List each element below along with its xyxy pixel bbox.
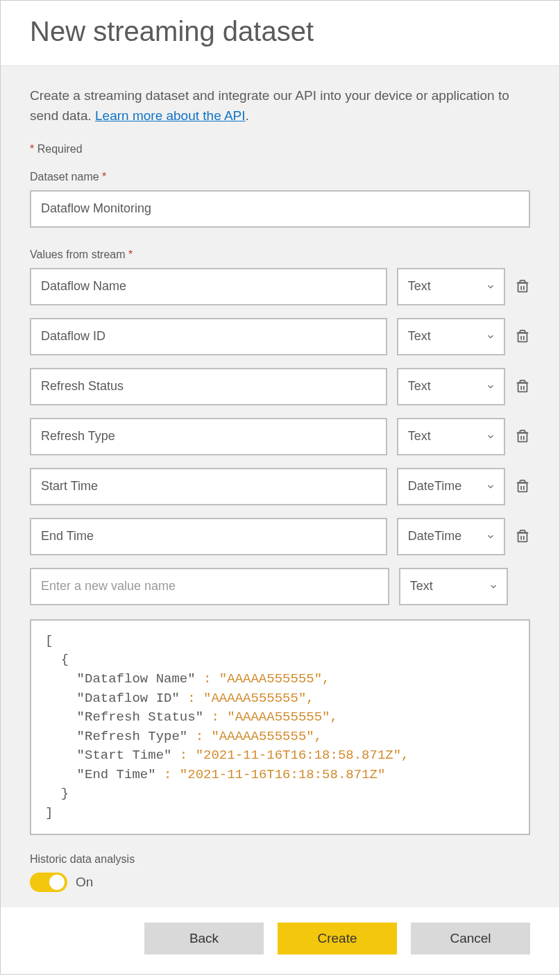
stream-value-type-select[interactable]: Text [397, 368, 505, 405]
dialog-description: Create a streaming dataset and integrate… [30, 85, 530, 126]
trash-icon [515, 279, 530, 294]
stream-value-type-select[interactable]: Text [397, 268, 505, 305]
stream-value-type-label: Text [408, 329, 431, 344]
stream-value-type-label: Text [408, 379, 431, 394]
chevron-down-icon [486, 282, 495, 292]
svg-rect-12 [518, 482, 527, 491]
stream-value-name-input[interactable] [30, 518, 387, 555]
historic-analysis-state: On [76, 875, 93, 890]
toggle-knob [49, 875, 65, 890]
values-from-stream-list: TextTextTextTextDateTimeDateTimeText [30, 268, 530, 605]
stream-value-name-input[interactable] [30, 268, 387, 305]
svg-rect-3 [518, 333, 527, 342]
stream-value-row: Text [30, 418, 530, 455]
create-button[interactable]: Create [278, 923, 397, 954]
trash-placeholder [518, 578, 530, 596]
cancel-button[interactable]: Cancel [411, 923, 530, 954]
stream-value-name-input[interactable] [30, 468, 387, 505]
delete-row-button[interactable] [515, 528, 530, 546]
chevron-down-icon [486, 532, 495, 541]
stream-value-row: Text [30, 318, 530, 355]
trash-icon [515, 479, 530, 494]
stream-value-type-select[interactable]: Text [397, 318, 505, 355]
stream-value-type-label: Text [410, 579, 433, 594]
chevron-down-icon [489, 582, 498, 591]
stream-value-type-label: Text [408, 429, 431, 444]
description-text-after: . [246, 108, 249, 123]
required-note: * Required [30, 143, 530, 155]
historic-analysis-label: Historic data analysis [30, 853, 530, 866]
stream-value-type-select[interactable]: DateTime [397, 468, 505, 505]
new-streaming-dataset-dialog: New streaming dataset Create a streaming… [0, 0, 560, 975]
json-preview-text: [ { "Dataflow Name" : "AAAAA555555", "Da… [45, 632, 515, 823]
trash-icon [515, 529, 530, 544]
back-button[interactable]: Back [144, 923, 264, 954]
required-asterisk-icon: * [102, 171, 106, 183]
trash-icon [515, 379, 530, 394]
chevron-down-icon [486, 482, 495, 491]
stream-value-new-name-input[interactable] [30, 568, 389, 605]
stream-value-name-input[interactable] [30, 418, 387, 455]
stream-value-row: Text [30, 368, 530, 405]
stream-value-new-row: Text [30, 568, 530, 605]
stream-value-row: DateTime [30, 518, 530, 555]
historic-analysis-toggle-row: On [30, 873, 530, 892]
required-label: Required [37, 143, 83, 155]
dataset-name-field-group: Dataset name * [30, 171, 530, 228]
required-asterisk-icon: * [30, 143, 34, 155]
delete-row-button[interactable] [515, 478, 530, 496]
dialog-title: New streaming dataset [30, 16, 530, 47]
dataset-name-input[interactable] [30, 190, 530, 228]
required-asterisk-icon: * [128, 249, 133, 260]
stream-value-row: DateTime [30, 468, 530, 505]
trash-icon [515, 429, 530, 444]
svg-rect-9 [518, 432, 527, 441]
delete-row-button[interactable] [515, 428, 530, 446]
stream-value-type-label: Text [408, 279, 431, 294]
stream-value-name-input[interactable] [30, 368, 387, 405]
delete-row-button[interactable] [515, 378, 530, 396]
trash-icon [515, 329, 530, 344]
stream-value-name-input[interactable] [30, 318, 387, 355]
historic-analysis-toggle[interactable] [30, 873, 67, 892]
stream-value-row: Text [30, 268, 530, 305]
chevron-down-icon [486, 382, 495, 392]
delete-row-button[interactable] [515, 328, 530, 346]
chevron-down-icon [486, 432, 495, 441]
values-from-stream-label: Values from stream * [30, 249, 530, 261]
dataset-name-label: Dataset name * [30, 171, 530, 183]
dialog-header: New streaming dataset [1, 1, 559, 65]
svg-rect-0 [518, 283, 527, 292]
svg-rect-15 [518, 532, 527, 541]
stream-value-type-select[interactable]: Text [397, 418, 505, 455]
json-preview-block: [ { "Dataflow Name" : "AAAAA555555", "Da… [30, 619, 530, 835]
stream-value-type-select[interactable]: DateTime [397, 518, 505, 555]
svg-rect-6 [518, 382, 527, 392]
learn-more-link[interactable]: Learn more about the API [95, 108, 246, 123]
stream-value-type-label: DateTime [408, 479, 461, 494]
stream-value-type-select[interactable]: Text [399, 568, 508, 605]
stream-value-type-label: DateTime [408, 529, 461, 544]
dialog-footer: Back Create Cancel [1, 907, 559, 974]
chevron-down-icon [486, 332, 495, 342]
delete-row-button[interactable] [515, 278, 530, 296]
dialog-body: Create a streaming dataset and integrate… [1, 65, 559, 907]
